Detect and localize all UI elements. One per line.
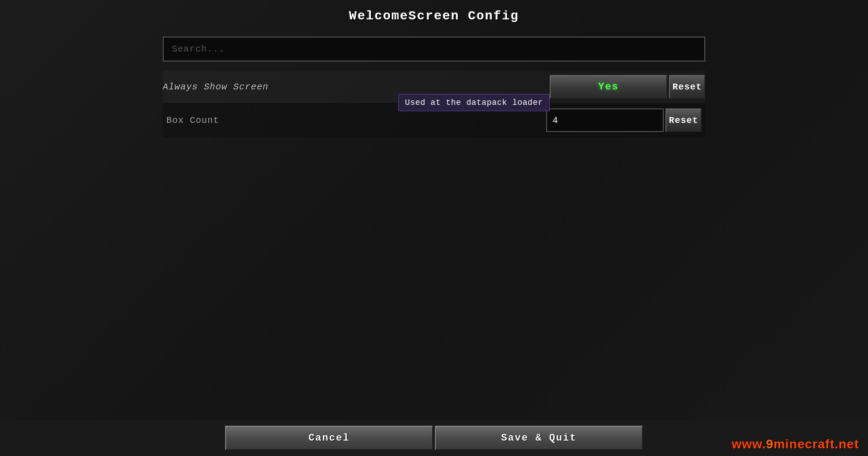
box-count-reset[interactable]: Reset [665,108,702,132]
always-show-screen-toggle[interactable]: Yes [550,75,667,99]
search-input[interactable] [163,37,705,61]
box-count-controls: Reset [546,108,702,132]
config-row-always-show: Always Show Screen Yes Reset Used at the… [163,71,705,103]
always-show-screen-label: Always Show Screen [163,82,550,92]
always-show-screen-reset[interactable]: Reset [669,75,705,99]
box-count-input[interactable] [546,108,664,132]
always-show-screen-controls: Yes Reset [550,75,705,99]
content-area: Always Show Screen Yes Reset Used at the… [163,37,705,137]
always-show-screen-tooltip: Used at the datapack loader [398,94,550,111]
page-title: WelcomeScreen Config [349,9,519,23]
search-container [163,37,705,61]
box-count-label: Box Count [166,115,546,126]
